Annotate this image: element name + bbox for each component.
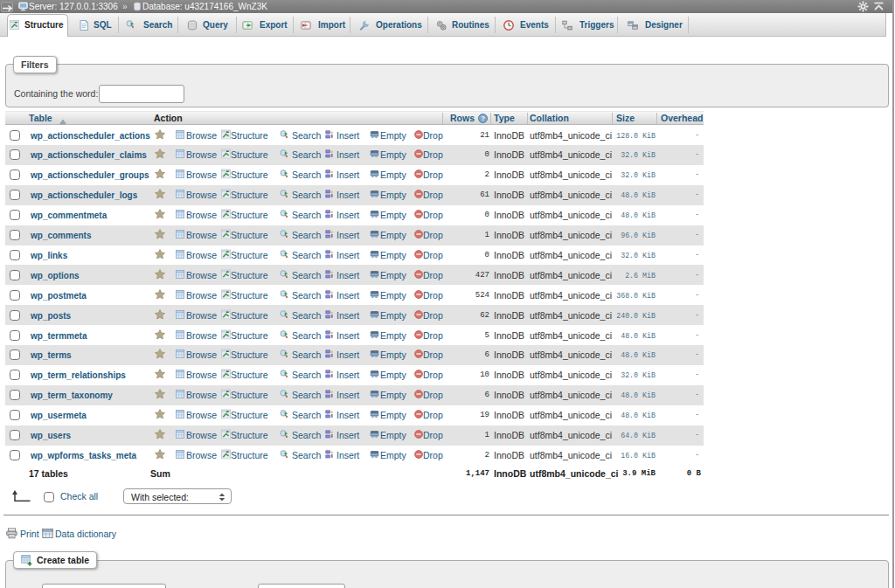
svg-text:?: ? bbox=[481, 114, 485, 122]
